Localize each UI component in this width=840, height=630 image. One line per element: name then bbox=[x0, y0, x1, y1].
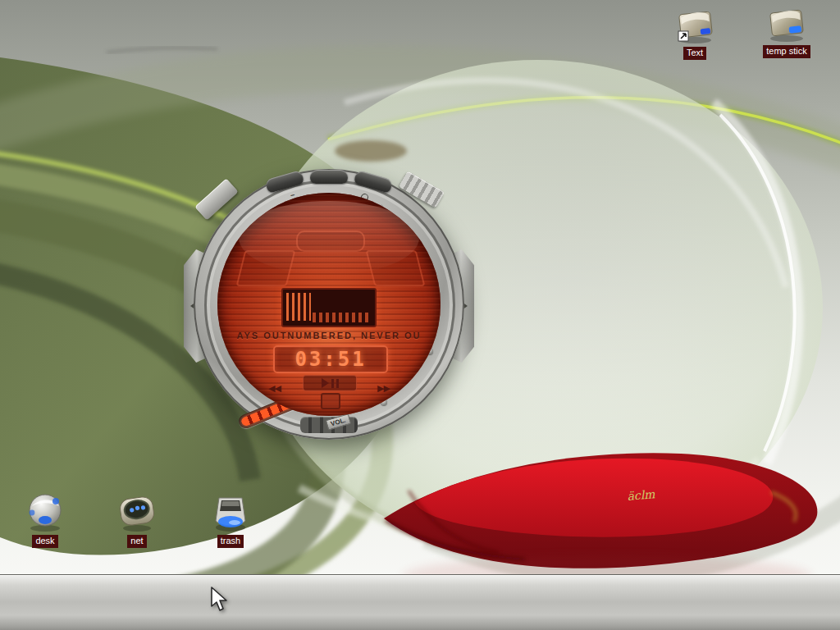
stop-button[interactable] bbox=[321, 393, 340, 409]
play-icon bbox=[322, 378, 329, 388]
icon-label: net bbox=[127, 535, 146, 548]
spectrum-analyzer bbox=[281, 288, 377, 327]
display-ornament bbox=[236, 250, 296, 286]
player-shade-button[interactable] bbox=[310, 170, 348, 184]
icon-label: temp stick bbox=[763, 45, 810, 58]
player-minimize-button[interactable] bbox=[265, 170, 305, 194]
desktop-icon-trash[interactable]: trash bbox=[204, 490, 257, 548]
desktop-icon-text[interactable]: Text bbox=[669, 7, 721, 60]
previous-track-button[interactable]: ◀◀ bbox=[268, 383, 281, 394]
media-player-widget[interactable]: − ∨ VOL. AYS OUTNUMBERED, NEVER OU bbox=[194, 169, 464, 440]
spectrum-row bbox=[313, 313, 372, 322]
play-pause-button[interactable] bbox=[303, 375, 357, 391]
mouse-cursor bbox=[209, 586, 229, 612]
folder-shortcut-icon bbox=[672, 7, 718, 44]
desktop: äclm Text tem bbox=[0, 0, 840, 630]
desktop-icon-net[interactable]: net bbox=[111, 491, 163, 548]
icon-label: desk bbox=[32, 535, 57, 548]
icon-label: Text bbox=[683, 47, 706, 60]
net-device-icon bbox=[114, 491, 160, 532]
desktop-icon-temp-stick[interactable]: temp stick bbox=[760, 5, 813, 58]
pause-bar-icon bbox=[336, 379, 339, 388]
icon-label: trash bbox=[217, 535, 244, 548]
folder-icon bbox=[764, 5, 810, 43]
trash-bin-icon bbox=[208, 490, 253, 532]
taskbar: 255. The Prodigy - ... SciFi-Forum - Ben… bbox=[0, 574, 840, 630]
desktop-icon-desk[interactable]: desk bbox=[19, 490, 71, 548]
sphere-icon bbox=[22, 490, 68, 532]
track-title-marquee: AYS OUTNUMBERED, NEVER OU bbox=[229, 331, 429, 340]
bezel-grille bbox=[399, 171, 445, 208]
pause-bar-icon bbox=[331, 379, 334, 388]
player-display: AYS OUTNUMBERED, NEVER OU 03:51 ◀◀ ▶▶ bbox=[217, 193, 441, 416]
next-track-button[interactable]: ▶▶ bbox=[377, 383, 390, 394]
spectrum-bars bbox=[286, 293, 311, 321]
elapsed-time: 03:51 bbox=[294, 348, 366, 371]
elapsed-time-box: 03:51 bbox=[273, 345, 388, 373]
display-ornament bbox=[366, 250, 426, 286]
bezel-tab bbox=[194, 178, 238, 220]
artist-signature: äclm bbox=[627, 487, 656, 503]
display-ornament bbox=[296, 231, 365, 252]
player-close-button[interactable] bbox=[354, 170, 394, 194]
